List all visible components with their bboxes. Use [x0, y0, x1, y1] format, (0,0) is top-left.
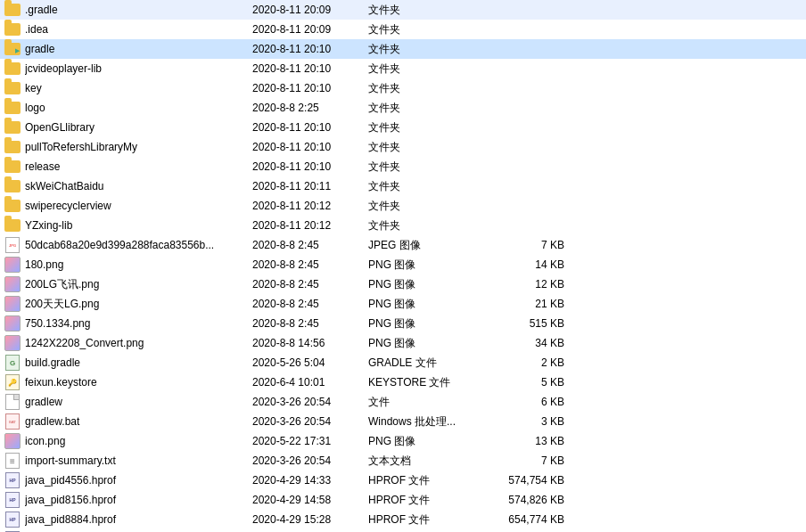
file-type: 文件夹: [368, 81, 493, 96]
folder-icon: [4, 60, 21, 78]
table-row[interactable]: gradlew.bat2020-3-26 20:54Windows 批处理...…: [0, 412, 806, 431]
table-row[interactable]: feixun.keystore2020-6-4 10:01KEYSTORE 文件…: [0, 372, 806, 392]
table-row[interactable]: release2020-8-11 20:10文件夹: [0, 157, 806, 176]
file-date: 2020-5-26 5:04: [252, 356, 368, 369]
file-date: 2020-8-8 2:45: [252, 298, 368, 310]
file-name: 50dcab68a20e9d399a288faca83556b...: [25, 239, 252, 251]
file-name: java_pid8156.hprof: [25, 494, 252, 506]
file-list: .gradle2020-8-11 20:09文件夹.idea2020-8-11 …: [0, 0, 806, 532]
png-img-icon: [4, 432, 21, 450]
file-size: 574,754 KB: [493, 474, 573, 487]
file-name: feixun.keystore: [25, 376, 252, 389]
file-type: PNG 图像: [368, 277, 493, 292]
table-row[interactable]: OpenGLlibrary2020-8-11 20:10文件夹: [0, 118, 806, 137]
file-name: .gradle: [25, 4, 252, 16]
table-row[interactable]: 180.png2020-8-8 2:45PNG 图像14 KB: [0, 255, 806, 274]
file-name: gradlew: [25, 396, 252, 408]
file-type: 文件夹: [368, 179, 493, 194]
file-name: java_pid4556.hprof: [25, 474, 252, 487]
file-date: 2020-8-11 20:09: [252, 4, 368, 16]
table-row[interactable]: build.gradle2020-5-26 5:04GRADLE 文件2 KB: [0, 353, 806, 372]
file-date: 2020-8-8 2:45: [252, 239, 368, 251]
file-name: swiperecyclerview: [25, 200, 252, 212]
file-date: 2020-4-29 14:33: [252, 474, 368, 487]
folder-icon: [4, 119, 21, 136]
gradle-icon: [4, 354, 21, 372]
file-name: 200天天LG.png: [25, 297, 252, 312]
folder-special-icon: [4, 40, 21, 58]
file-name: 1242X2208_Convert.png: [25, 337, 252, 349]
file-type: 文件夹: [368, 120, 493, 135]
file-size: 14 KB: [493, 258, 573, 271]
file-size: 12 KB: [493, 278, 573, 291]
file-size: 13 KB: [493, 435, 573, 447]
file-name: skWeiChatBaidu: [25, 180, 252, 192]
table-row[interactable]: java_pid4556.hprof2020-4-29 14:33HPROF 文…: [0, 471, 806, 490]
file-size: 515 KB: [493, 317, 573, 330]
table-row[interactable]: 750.1334.png2020-8-8 2:45PNG 图像515 KB: [0, 314, 806, 333]
table-row[interactable]: gradlew2020-3-26 20:54文件6 KB: [0, 392, 806, 412]
file-icon: [4, 393, 21, 411]
file-type: PNG 图像: [368, 297, 493, 312]
file-date: 2020-8-11 20:12: [252, 219, 368, 232]
png-img-icon: [4, 334, 21, 352]
file-size: 7 KB: [493, 239, 573, 251]
file-size: 21 KB: [493, 298, 573, 310]
file-size: 654,774 KB: [493, 513, 573, 526]
file-date: 2020-8-11 20:10: [252, 43, 368, 55]
file-date: 2020-4-29 14:58: [252, 494, 368, 506]
table-row[interactable]: YZxing-lib2020-8-11 20:12文件夹: [0, 216, 806, 235]
file-name: YZxing-lib: [25, 219, 252, 232]
folder-icon: [4, 99, 21, 117]
hprof-icon: [4, 491, 21, 509]
file-date: 2020-8-8 2:45: [252, 258, 368, 271]
table-row[interactable]: .idea2020-8-11 20:09文件夹: [0, 20, 806, 39]
table-row[interactable]: 50dcab68a20e9d399a288faca83556b...2020-8…: [0, 235, 806, 255]
file-name: java_pid8884.hprof: [25, 513, 252, 526]
file-type: PNG 图像: [368, 258, 493, 273]
table-row[interactable]: key2020-8-11 20:10文件夹: [0, 78, 806, 98]
file-date: 2020-5-22 17:31: [252, 435, 368, 447]
file-type: HPROF 文件: [368, 493, 493, 508]
file-type: JPEG 图像: [368, 238, 493, 253]
file-name: build.gradle: [25, 356, 252, 369]
table-row[interactable]: java_pid8884.hprof2020-4-29 15:28HPROF 文…: [0, 510, 806, 529]
txt-icon: [4, 452, 21, 470]
file-date: 2020-8-11 20:10: [252, 82, 368, 94]
table-row[interactable]: logo2020-8-8 2:25文件夹: [0, 98, 806, 118]
file-date: 2020-4-29 15:28: [252, 513, 368, 526]
file-type: 文本文档: [368, 454, 493, 469]
file-date: 2020-3-26 20:54: [252, 454, 368, 467]
file-type: 文件夹: [368, 61, 493, 77]
table-row[interactable]: jcvideoplayer-lib2020-8-11 20:10文件夹: [0, 59, 806, 78]
keystore-icon: [4, 373, 21, 391]
table-row[interactable]: gradle2020-8-11 20:10文件夹: [0, 39, 806, 59]
file-date: 2020-8-11 20:09: [252, 23, 368, 36]
table-row[interactable]: skWeiChatBaidu2020-8-11 20:11文件夹: [0, 176, 806, 196]
table-row[interactable]: .gradle2020-8-11 20:09文件夹: [0, 0, 806, 20]
file-type: 文件夹: [368, 160, 493, 175]
file-name: .idea: [25, 23, 252, 36]
table-row[interactable]: 200LG飞讯.png2020-8-8 2:45PNG 图像12 KB: [0, 274, 806, 294]
file-date: 2020-8-8 2:25: [252, 102, 368, 114]
file-date: 2020-8-11 20:10: [252, 62, 368, 75]
file-name: jcvideoplayer-lib: [25, 62, 252, 75]
file-type: 文件夹: [368, 42, 493, 57]
table-row[interactable]: swiperecyclerview2020-8-11 20:12文件夹: [0, 196, 806, 216]
folder-icon: [4, 217, 21, 234]
folder-icon: [4, 158, 21, 176]
table-row[interactable]: icon.png2020-5-22 17:31PNG 图像13 KB: [0, 431, 806, 451]
png-img-icon: [4, 256, 21, 274]
table-row[interactable]: java_pid8156.hprof2020-4-29 14:58HPROF 文…: [0, 490, 806, 510]
folder-icon: [4, 79, 21, 97]
file-name: gradle: [25, 43, 252, 55]
table-row[interactable]: 1242X2208_Convert.png2020-8-8 14:56PNG 图…: [0, 333, 806, 353]
table-row[interactable]: 200天天LG.png2020-8-8 2:45PNG 图像21 KB: [0, 294, 806, 314]
png-img-icon: [4, 275, 21, 293]
file-name: release: [25, 160, 252, 173]
file-date: 2020-3-26 20:54: [252, 396, 368, 408]
table-row[interactable]: pullToRefershLibraryMy2020-8-11 20:10文件夹: [0, 137, 806, 157]
file-name: pullToRefershLibraryMy: [25, 141, 252, 153]
folder-icon: [4, 20, 21, 38]
table-row[interactable]: import-summary.txt2020-3-26 20:54文本文档7 K…: [0, 451, 806, 471]
